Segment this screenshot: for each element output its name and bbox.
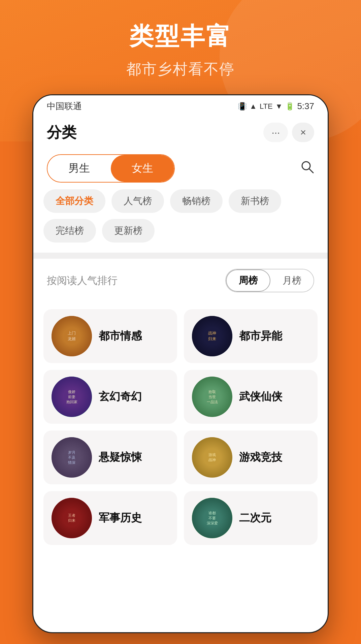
category-name-5: 游戏竞技 xyxy=(239,450,282,465)
svg-line-1 xyxy=(309,169,313,173)
week-toggle[interactable]: 周榜 xyxy=(226,269,270,292)
pill-updated[interactable]: 更新榜 xyxy=(102,219,155,243)
book-cover-5: 游戏战神 xyxy=(192,437,232,478)
page-title: 分类 xyxy=(47,123,76,142)
hero-title: 类型丰富 xyxy=(0,20,361,53)
category-avatar-3: 拾取当世一品法 xyxy=(192,377,232,417)
book-cover-3: 拾取当世一品法 xyxy=(192,377,232,417)
hero-section: 类型丰富 都市乡村看不停 xyxy=(0,20,361,79)
book-cover-1: 战神归来 xyxy=(192,316,232,356)
phone-frame: 中国联通 📳 ▲ LTE ▼ 🔋 5:37 分类 ··· × 男生 女生 xyxy=(32,94,329,633)
pill-bestseller[interactable]: 畅销榜 xyxy=(170,189,223,213)
wifi-icon: ▼ xyxy=(275,102,283,111)
time-display: 5:37 xyxy=(297,101,314,111)
month-toggle[interactable]: 月榜 xyxy=(270,269,314,292)
ranking-toggle: 周榜 月榜 xyxy=(225,269,314,292)
ranking-header: 按阅读人气排行 周榜 月榜 xyxy=(47,269,314,292)
category-card-3[interactable]: 拾取当世一品法 武侠仙侠 xyxy=(184,370,318,424)
gender-tab-group: 男生 女生 xyxy=(47,154,175,183)
category-avatar-2: 傲娇前妻抱回家 xyxy=(52,377,92,417)
book-cover-7: 谁都不要深深爱 xyxy=(192,498,232,538)
book-cover-0: 上门龙婿 xyxy=(52,316,92,356)
pill-all[interactable]: 全部分类 xyxy=(43,189,105,213)
category-name-2: 玄幻奇幻 xyxy=(99,389,142,404)
category-avatar-4: 岁月不及情深 xyxy=(52,437,92,478)
tab-male[interactable]: 男生 xyxy=(47,155,111,182)
category-avatar-5: 游戏战神 xyxy=(192,437,232,478)
vibrate-icon: 📳 xyxy=(238,102,247,111)
category-card-1[interactable]: 战神归来 都市异能 xyxy=(184,309,318,363)
phone-wrapper: 中国联通 📳 ▲ LTE ▼ 🔋 5:37 分类 ··· × 男生 女生 xyxy=(32,94,329,633)
book-cover-4: 岁月不及情深 xyxy=(52,437,92,478)
category-avatar-0: 上门龙婿 xyxy=(52,316,92,356)
category-avatar-7: 谁都不要深深爱 xyxy=(192,498,232,538)
pill-popular[interactable]: 人气榜 xyxy=(111,189,164,213)
category-name-4: 悬疑惊悚 xyxy=(99,450,142,465)
section-divider xyxy=(33,253,328,259)
status-right: 📳 ▲ LTE ▼ 🔋 5:37 xyxy=(238,101,314,111)
category-pills: 全部分类 人气榜 畅销榜 新书榜 完结榜 更新榜 xyxy=(33,189,328,253)
carrier-text: 中国联通 xyxy=(47,100,82,112)
lte-icon: LTE xyxy=(260,102,273,111)
more-button[interactable]: ··· xyxy=(263,123,288,142)
category-name-0: 都市情感 xyxy=(99,329,142,344)
category-name-6: 军事历史 xyxy=(99,511,142,525)
category-avatar-6: 王者归来 xyxy=(52,498,92,538)
category-grid: 上门龙婿 都市情感 战神归来 都市异能 傲娇前妻抱回家 玄幻奇幻 拾取当世一品法 xyxy=(33,309,328,555)
category-card-5[interactable]: 游戏战神 游戏竞技 xyxy=(184,430,318,484)
search-button[interactable] xyxy=(300,160,314,177)
close-button[interactable]: × xyxy=(292,123,314,142)
pill-newbook[interactable]: 新书榜 xyxy=(229,189,281,213)
battery-icon: 🔋 xyxy=(285,102,294,111)
signal-icon: ▲ xyxy=(250,102,257,111)
hero-subtitle: 都市乡村看不停 xyxy=(0,59,361,79)
category-card-7[interactable]: 谁都不要深深爱 二次元 xyxy=(184,491,318,545)
ranking-title: 按阅读人气排行 xyxy=(47,274,118,288)
tab-switcher: 男生 女生 xyxy=(33,148,328,189)
category-avatar-1: 战神归来 xyxy=(192,316,232,356)
ranking-section: 按阅读人气排行 周榜 月榜 xyxy=(33,259,328,309)
category-name-7: 二次元 xyxy=(239,511,271,525)
category-name-3: 武侠仙侠 xyxy=(239,389,282,404)
book-cover-2: 傲娇前妻抱回家 xyxy=(52,377,92,417)
category-card-6[interactable]: 王者归来 军事历史 xyxy=(43,491,177,545)
category-card-4[interactable]: 岁月不及情深 悬疑惊悚 xyxy=(43,430,177,484)
category-name-1: 都市异能 xyxy=(239,329,282,344)
top-bar: 分类 ··· × xyxy=(33,117,328,148)
category-card-0[interactable]: 上门龙婿 都市情感 xyxy=(43,309,177,363)
category-card-2[interactable]: 傲娇前妻抱回家 玄幻奇幻 xyxy=(43,370,177,424)
top-actions: ··· × xyxy=(263,123,314,142)
status-bar: 中国联通 📳 ▲ LTE ▼ 🔋 5:37 xyxy=(33,95,328,117)
pill-completed[interactable]: 完结榜 xyxy=(43,219,96,243)
book-cover-6: 王者归来 xyxy=(52,498,92,538)
tab-female[interactable]: 女生 xyxy=(111,155,174,182)
